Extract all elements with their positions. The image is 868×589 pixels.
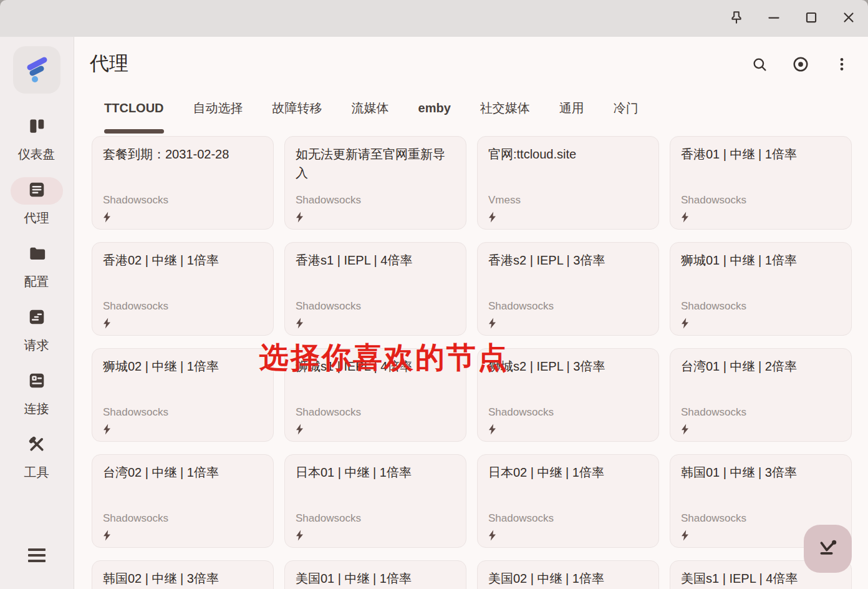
proxy-card[interactable]: 狮城s1 | IEPL | 4倍率 Shadowsocks [284,348,466,442]
proxy-group-tab[interactable]: TTCLOUD [104,99,164,134]
proxy-group-tab[interactable]: 流媒体 [352,99,389,134]
maximize-button[interactable] [797,4,826,33]
proxy-card[interactable]: 香港s1 | IEPL | 4倍率 Shadowsocks [284,242,466,336]
proxy-protocol: Shadowsocks [296,512,455,525]
proxy-name: 如无法更新请至官网重新导入 [296,145,455,194]
proxy-name: 韩国01 | 中继 | 3倍率 [681,463,841,512]
proxy-name: 日本02 | 中继 | 1倍率 [488,463,648,512]
proxy-card[interactable]: 日本02 | 中继 | 1倍率 Shadowsocks [477,454,659,548]
dashboard-icon [27,117,46,138]
item-仪表盘[interactable]: 仪表盘 [11,114,63,162]
sidebar: 仪表盘 代理 配置 请求 连接 工具 [0,37,74,589]
proxy-card[interactable]: 如无法更新请至官网重新导入 Shadowsocks [284,136,466,230]
proxy-protocol: Shadowsocks [296,406,455,419]
proxy-card[interactable]: 台湾01 | 中继 | 2倍率 Shadowsocks [670,348,852,442]
item-代理[interactable]: 代理 [11,177,63,226]
item-工具[interactable]: 工具 [11,432,63,480]
item-连接[interactable]: 连接 [11,368,63,417]
proxy-name: 韩国02 | 中继 | 3倍率 [103,569,263,589]
bolt-icon [296,318,455,329]
proxy-protocol: Shadowsocks [103,406,263,419]
profiles-icon [27,244,46,265]
proxy-protocol: Shadowsocks [103,512,263,525]
proxy-name: 套餐到期：2031-02-28 [103,145,263,194]
proxy-name: 香港02 | 中继 | 1倍率 [103,251,263,300]
proxy-group-tab[interactable]: emby [418,99,451,134]
close-button[interactable] [834,4,863,33]
proxy-card-grid: 套餐到期：2031-02-28 Shadowsocks 如无法更新请至官网重新导… [92,136,852,589]
search-icon [751,56,768,75]
proxy-card[interactable]: 狮城s2 | IEPL | 3倍率 Shadowsocks [477,348,659,442]
proxy-protocol: Shadowsocks [488,512,648,525]
proxy-protocol: Shadowsocks [488,406,648,419]
proxy-card[interactable]: 香港s2 | IEPL | 3倍率 Shadowsocks [477,242,659,336]
minimize-icon [766,9,782,28]
requests-icon [27,308,46,329]
proxy-group-tab[interactable]: 故障转移 [272,99,322,134]
proxy-card[interactable]: 狮城01 | 中继 | 1倍率 Shadowsocks [670,242,852,336]
tools-icon [27,435,46,456]
bolt-icon [103,212,263,223]
search-button[interactable] [746,52,773,79]
proxy-group-tab[interactable]: 自动选择 [193,99,243,134]
close-icon [841,9,857,28]
bolt-icon [681,424,841,435]
proxy-protocol: Shadowsocks [681,406,841,419]
proxy-card[interactable]: 套餐到期：2031-02-28 Shadowsocks [92,136,274,230]
bolt-icon [296,424,455,435]
proxy-card[interactable]: 官网:ttcloud.site Vmess [477,136,659,230]
bolt-icon [296,212,455,223]
sidebar-nav: 仪表盘 代理 配置 请求 连接 工具 [0,114,73,495]
bolt-icon [681,212,841,223]
main-content: 代理 TTCLOUD自动选择故障转移流媒体emby社交媒体通用冷门 套餐到期：2… [74,37,868,589]
proxy-protocol: Shadowsocks [681,300,841,313]
app-window: 仪表盘 代理 配置 请求 连接 工具 [0,0,868,589]
proxies-icon [27,180,46,202]
maximize-icon [803,9,819,28]
proxy-card[interactable]: 日本01 | 中继 | 1倍率 Shadowsocks [284,454,466,548]
proxy-name: 美国01 | 中继 | 1倍率 [296,569,455,589]
proxy-name: 香港s2 | IEPL | 3倍率 [488,251,648,300]
proxy-card[interactable]: 韩国02 | 中继 | 3倍率 Shadowsocks [92,560,274,589]
proxy-name: 狮城01 | 中继 | 1倍率 [681,251,841,300]
proxy-name: 美国02 | 中继 | 1倍率 [488,569,648,589]
header-actions [746,52,856,79]
proxy-card[interactable]: 台湾02 | 中继 | 1倍率 Shadowsocks [92,454,274,548]
proxy-group-tab[interactable]: 社交媒体 [480,99,530,134]
proxy-group-tabs: TTCLOUD自动选择故障转移流媒体emby社交媒体通用冷门 [104,99,862,134]
pin-button[interactable] [722,4,751,33]
proxy-name: 狮城02 | 中继 | 1倍率 [103,357,263,406]
proxy-name: 台湾01 | 中继 | 2倍率 [681,357,841,406]
bolt-icon [488,318,648,329]
proxy-group-tab[interactable]: 通用 [559,99,584,134]
pin-icon [728,9,745,28]
bolt-icon [103,530,263,541]
more-button[interactable] [828,52,856,79]
bolt-icon [103,424,263,435]
item-配置[interactable]: 配置 [11,241,63,290]
bolt-icon [103,318,263,329]
bolt-icon [296,530,455,541]
proxy-card[interactable]: 香港02 | 中继 | 1倍率 Shadowsocks [92,242,274,336]
proxy-protocol: Shadowsocks [296,300,455,313]
proxy-card[interactable]: 狮城02 | 中继 | 1倍率 Shadowsocks [92,348,274,442]
proxy-name: 日本01 | 中继 | 1倍率 [296,463,455,512]
app-logo-button[interactable] [13,46,60,94]
proxy-name: 香港s1 | IEPL | 4倍率 [296,251,455,300]
window-controls [722,0,863,37]
locate-icon [791,55,810,76]
proxy-card[interactable]: 香港01 | 中继 | 1倍率 Shadowsocks [670,136,852,230]
minimize-button[interactable] [760,4,788,33]
locate-current-button[interactable] [787,52,814,79]
delay-test-fab[interactable] [804,525,852,573]
proxy-protocol: Shadowsocks [296,194,455,207]
titlebar[interactable] [0,0,868,37]
flclash-logo [22,54,52,86]
item-请求[interactable]: 请求 [11,304,63,353]
proxy-card[interactable]: 美国02 | 中继 | 1倍率 Shadowsocks [477,560,659,589]
proxy-group-tab[interactable]: 冷门 [614,99,639,134]
proxy-card[interactable]: 美国01 | 中继 | 1倍率 Shadowsocks [284,560,466,589]
more-vert-icon [833,56,851,75]
menu-icon[interactable] [23,542,51,569]
proxy-protocol: Shadowsocks [681,512,841,525]
